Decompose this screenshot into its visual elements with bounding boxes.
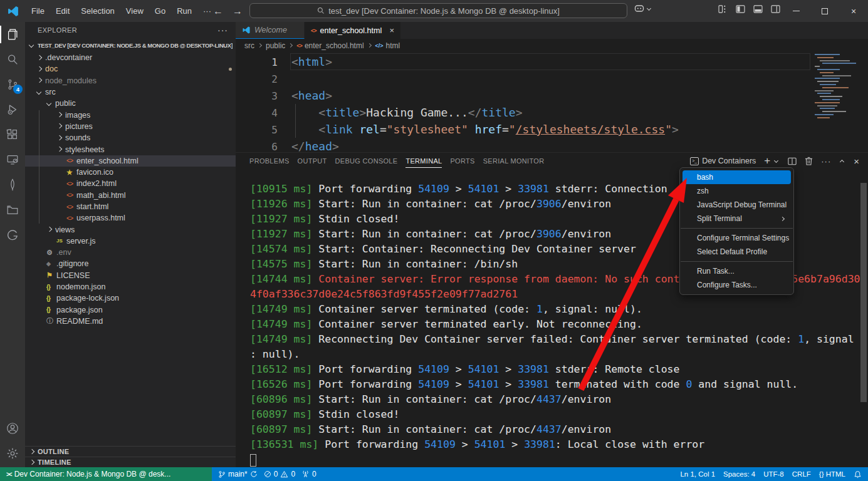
panel-tab[interactable]: PORTS [450, 153, 474, 169]
status-item[interactable]: {} HTML [819, 470, 845, 478]
panel-more-actions-icon[interactable]: ··· [821, 157, 831, 166]
new-terminal-button[interactable]: + [764, 155, 770, 167]
notifications-bell[interactable] [854, 470, 862, 478]
git-file-icon[interactable]: ◆ .gitignore [25, 258, 236, 269]
maximize-panel-icon[interactable] [839, 158, 845, 164]
copilot-button[interactable] [634, 4, 652, 13]
folder[interactable]: images [25, 109, 236, 120]
menu-item[interactable]: bash [682, 170, 791, 184]
menu-item[interactable]: Edit [50, 4, 75, 18]
json-file-icon[interactable]: {} package.json [25, 304, 236, 316]
toggle-secondary-sidebar-icon[interactable] [771, 5, 780, 13]
close-window-button[interactable]: × [839, 0, 868, 22]
minimap[interactable] [813, 52, 855, 152]
folder[interactable]: src [25, 86, 236, 98]
maximize-button[interactable] [810, 0, 839, 22]
html-file-icon[interactable]: <> enter_school.html [25, 155, 236, 167]
panel-tab[interactable]: TERMINAL [405, 153, 442, 169]
folder[interactable]: views [25, 224, 236, 235]
customize-layout-icon[interactable] [718, 5, 728, 13]
breadcrumb-public[interactable]: public [266, 41, 285, 50]
folder[interactable]: sounds [25, 132, 236, 143]
gitlens-activity-icon[interactable] [0, 222, 25, 247]
toggle-panel-icon[interactable] [753, 5, 763, 13]
status-item[interactable]: Spaces: 4 [723, 470, 755, 478]
terminal-dropdown-icon[interactable] [773, 158, 780, 164]
menu-item[interactable]: Split Terminal [682, 212, 791, 225]
breadcrumb-src[interactable]: src [244, 41, 254, 50]
favicon-file-icon[interactable]: ★ favicon.ico [25, 167, 236, 178]
close-panel-icon[interactable]: × [854, 156, 859, 167]
breadcrumb-file[interactable]: enter_school.html [305, 41, 364, 50]
source-control-activity-icon[interactable]: 4 [0, 72, 25, 97]
menu-item[interactable] [681, 228, 793, 229]
accounts-icon[interactable] [0, 416, 25, 441]
explorer-actions-icon[interactable]: ··· [217, 25, 228, 35]
terminal-profile[interactable]: >_ Dev Containers [690, 157, 756, 165]
sidebar-section-header[interactable]: TIMELINE [25, 457, 236, 467]
remote-indicator[interactable]: >< Dev Container: Node.js & Mongo DB @ d… [0, 467, 212, 481]
menu-item[interactable]: File [26, 4, 50, 18]
remote-explorer-activity-icon[interactable] [0, 147, 25, 172]
containers-activity-icon[interactable] [0, 197, 25, 222]
json-file-icon[interactable]: {} nodemon.json [25, 281, 236, 292]
folder[interactable]: .devcontainer [25, 52, 236, 63]
license-file-icon[interactable]: ⚑ LICENSE [25, 270, 236, 281]
menu-item[interactable]: Configure Tasks... [682, 278, 791, 292]
kill-terminal-icon[interactable] [805, 157, 813, 165]
git-branch-status[interactable]: main* [218, 470, 258, 478]
explorer-activity-icon[interactable] [0, 22, 25, 47]
minimize-button[interactable] [782, 0, 810, 22]
folder[interactable]: public [25, 98, 236, 109]
command-center-search[interactable]: test_dev [Dev Container: Node.js & Mongo… [249, 3, 627, 18]
menu-item[interactable]: Configure Terminal Settings [682, 231, 791, 245]
run-debug-activity-icon[interactable] [0, 97, 25, 122]
status-item[interactable]: Ln 1, Col 1 [680, 470, 715, 478]
breadcrumb-symbol[interactable]: html [386, 41, 400, 50]
mongodb-activity-icon[interactable] [0, 172, 25, 197]
folder[interactable]: pictures [25, 121, 236, 132]
panel-tab[interactable]: PROBLEMS [249, 153, 290, 169]
code-editor[interactable]: 1 <html> 2 3 <head> 4 <title>Hacking Gam… [236, 52, 868, 152]
menu-item[interactable]: zsh [682, 184, 791, 198]
folder[interactable]: stylesheets [25, 143, 236, 155]
panel-tab[interactable]: DEBUG CONSOLE [335, 153, 398, 169]
menu-item[interactable] [681, 261, 793, 262]
menu-item[interactable]: Run Task... [682, 264, 791, 278]
settings-gear-icon[interactable] [0, 441, 25, 466]
json-file-icon[interactable]: {} package-lock.json [25, 292, 236, 304]
tab-enter-school[interactable]: <> enter_school.html × [305, 22, 400, 39]
readme-file-icon[interactable]: ⓘ README.md [25, 316, 236, 327]
menu-item[interactable]: Select Default Profile [682, 245, 791, 259]
menu-item[interactable]: JavaScript Debug Terminal [682, 198, 791, 212]
status-item[interactable]: UTF-8 [763, 470, 784, 478]
extensions-activity-icon[interactable] [0, 122, 25, 147]
folder[interactable]: node_modules [25, 75, 236, 86]
panel-tab[interactable]: SERIAL MONITOR [483, 153, 545, 169]
panel-tab[interactable]: OUTPUT [298, 153, 327, 169]
js-file-icon[interactable]: JS server.js [25, 235, 236, 247]
split-terminal-icon[interactable] [788, 157, 797, 165]
env-file-icon[interactable]: ⚙ .env [25, 247, 236, 258]
forward-arrow-icon[interactable]: → [233, 6, 243, 17]
html-file-icon[interactable]: <> userpass.html [25, 212, 236, 224]
sidebar-section-header[interactable]: OUTLINE [25, 446, 236, 457]
search-activity-icon[interactable] [0, 47, 25, 72]
close-tab-icon[interactable]: × [389, 26, 394, 35]
menu-item[interactable]: Selection [75, 4, 120, 18]
menu-item[interactable]: View [120, 4, 149, 18]
toggle-sidebar-icon[interactable] [736, 5, 745, 13]
status-item[interactable]: CRLF [792, 470, 811, 478]
menu-item[interactable]: Run [171, 4, 197, 18]
html-file-icon[interactable]: <> index2.html [25, 178, 236, 189]
problems-status[interactable]: 0 0 [264, 470, 295, 478]
html-file-icon[interactable]: <> start.html [25, 201, 236, 212]
folder[interactable]: doc [25, 63, 236, 75]
forwarded-ports-status[interactable]: 0 [301, 470, 316, 478]
tab-welcome[interactable]: Welcome [236, 22, 305, 39]
html-file-icon[interactable]: <> math_abi.html [25, 190, 236, 201]
back-arrow-icon[interactable]: ← [213, 6, 223, 17]
workspace-root-folder[interactable]: TEST_DEV [DEV CONTAINER: NODE.JS & MONGO… [25, 38, 236, 52]
menu-item[interactable]: Go [149, 4, 171, 18]
terminal-scrollbar[interactable] [860, 183, 867, 402]
